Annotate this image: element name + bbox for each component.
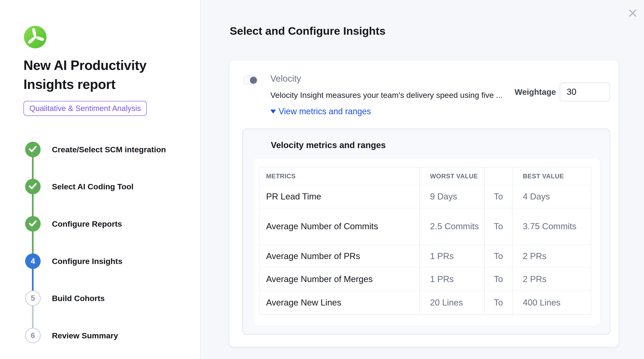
metric-name: PR Lead Time xyxy=(260,185,420,208)
step-label: Create/Select SCM integration xyxy=(52,145,166,154)
step-label: Build Cohorts xyxy=(52,294,105,303)
view-metrics-link[interactable]: View metrics and ranges xyxy=(270,106,371,116)
metrics-section-heading: Velocity metrics and ranges xyxy=(271,140,386,150)
best-value: 2 PRs xyxy=(512,268,591,291)
table-row: Average Number of Commits 2.5 Commits To… xyxy=(260,208,591,245)
insight-name: Velocity xyxy=(270,74,301,84)
to-label: To xyxy=(484,208,512,245)
metrics-table-card: METRICS WORST VALUE BEST VALUE PR Lead T… xyxy=(254,158,600,326)
best-value: 2 PRs xyxy=(512,245,591,268)
check-icon xyxy=(29,146,37,153)
weightage-input[interactable] xyxy=(560,83,610,101)
step-connector xyxy=(32,231,34,254)
close-icon xyxy=(628,8,638,18)
table-header-row: METRICS WORST VALUE BEST VALUE xyxy=(260,167,591,185)
worst-value: 9 Days xyxy=(420,185,484,208)
metric-name: Average Number of Commits xyxy=(260,208,420,245)
step-connector xyxy=(32,268,34,291)
step-connector xyxy=(32,157,34,179)
step-configure-reports[interactable]: Configure Reports xyxy=(25,216,122,232)
to-label: To xyxy=(484,185,512,208)
step-label: Configure Reports xyxy=(52,219,122,229)
velocity-toggle[interactable] xyxy=(243,75,258,85)
step-select-ai-coding-tool[interactable]: Select AI Coding Tool xyxy=(25,179,134,194)
insight-description: Velocity Insight measures your team's de… xyxy=(270,91,502,100)
close-button[interactable] xyxy=(626,6,639,20)
chevron-down-icon xyxy=(270,110,276,114)
best-value: 400 Lines xyxy=(512,291,591,315)
step-label: Review Summary xyxy=(52,331,118,340)
step-done-circle xyxy=(25,216,41,232)
to-label: To xyxy=(484,245,512,268)
step-pending-circle: 5 xyxy=(25,291,41,306)
check-icon xyxy=(29,183,37,190)
metrics-table: METRICS WORST VALUE BEST VALUE PR Lead T… xyxy=(260,167,591,315)
table-row: Average Number of PRs 1 PRs To 2 PRs xyxy=(260,245,591,268)
step-label: Select AI Coding Tool xyxy=(52,182,134,191)
step-create-select-scm-integration[interactable]: Create/Select SCM integration xyxy=(25,142,166,157)
page: { "sidebar": { "title": "New AI Producti… xyxy=(0,0,644,359)
step-pending-circle: 6 xyxy=(25,328,41,343)
column-header-to xyxy=(484,167,512,185)
column-header-worst-value: WORST VALUE xyxy=(420,167,484,185)
worst-value: 20 Lines xyxy=(420,291,484,315)
panel-title: Select and Configure Insights xyxy=(230,24,386,37)
app-logo-propeller-icon xyxy=(24,26,46,48)
wizard-sidebar: New AI Productivity Insights report Qual… xyxy=(0,0,200,359)
table-row: PR Lead Time 9 Days To 4 Days xyxy=(260,185,591,208)
step-connector xyxy=(32,194,34,217)
report-type-badge: Qualitative & Sentiment Analysis xyxy=(24,101,147,116)
check-icon xyxy=(29,220,37,227)
table-row: Average New Lines 20 Lines To 400 Lines xyxy=(260,291,591,315)
configure-insights-panel: Select and Configure Insights Velocity V… xyxy=(200,0,644,359)
view-metrics-link-label: View metrics and ranges xyxy=(278,106,371,116)
step-label: Configure Insights xyxy=(52,257,122,266)
step-connector xyxy=(32,306,34,328)
worst-value: 1 PRs xyxy=(420,245,484,268)
metric-name: Average New Lines xyxy=(260,291,420,315)
metric-name: Average Number of PRs xyxy=(260,245,420,268)
best-value: 3.75 Commits xyxy=(512,208,591,245)
column-header-metrics: METRICS xyxy=(260,167,420,185)
metric-name: Average Number of Merges xyxy=(260,268,420,291)
step-done-circle xyxy=(25,179,41,194)
step-review-summary[interactable]: 6 Review Summary xyxy=(25,328,118,343)
table-row: Average Number of Merges 1 PRs To 2 PRs xyxy=(260,268,591,291)
to-label: To xyxy=(484,268,512,291)
step-done-circle xyxy=(25,142,41,157)
column-header-best-value: BEST VALUE xyxy=(512,167,591,185)
step-configure-insights-current[interactable]: 4 Configure Insights xyxy=(25,253,122,269)
best-value: 4 Days xyxy=(512,185,591,208)
velocity-metrics-section: Velocity metrics and ranges METRICS WORS… xyxy=(242,129,610,335)
step-build-cohorts[interactable]: 5 Build Cohorts xyxy=(25,291,105,306)
report-title: New AI Productivity Insights report xyxy=(24,56,176,94)
to-label: To xyxy=(484,291,512,315)
toggle-knob xyxy=(250,77,257,84)
step-active-circle: 4 xyxy=(25,253,41,269)
weightage-label: Weightage xyxy=(514,83,556,101)
velocity-insight-card: Velocity Velocity Insight measures your … xyxy=(230,60,618,346)
worst-value: 1 PRs xyxy=(420,268,484,291)
worst-value: 2.5 Commits xyxy=(420,208,484,245)
